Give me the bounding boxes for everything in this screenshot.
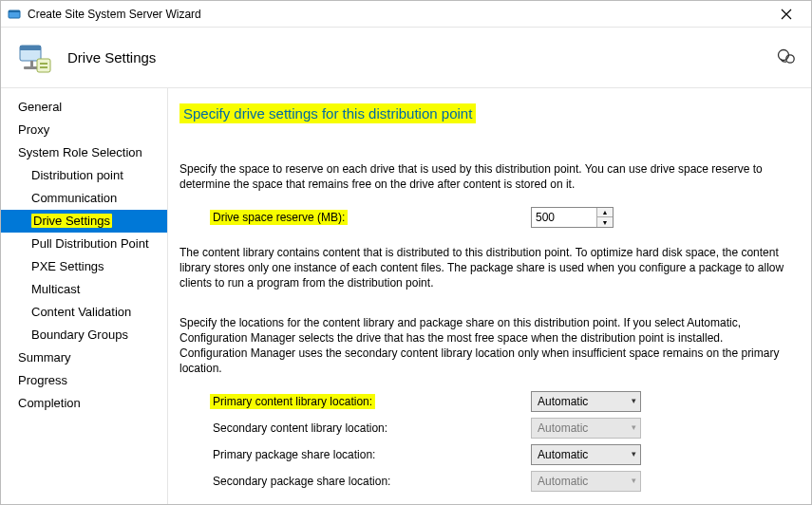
spinner-up-button[interactable]: ▲ (597, 208, 613, 217)
titlebar: Create Site System Server Wizard (1, 1, 811, 28)
nav-item-drive-settings[interactable]: Drive Settings (1, 210, 167, 233)
nav-item-completion[interactable]: Completion (1, 392, 167, 415)
page-title: Specify drive settings for this distribu… (179, 103, 476, 123)
svg-rect-1 (9, 10, 20, 12)
nav-item-general[interactable]: General (1, 96, 167, 119)
svg-rect-6 (37, 59, 50, 72)
app-icon (7, 7, 22, 22)
nav-item-proxy[interactable]: Proxy (1, 119, 167, 141)
nav-item-system-role-selection[interactable]: System Role Selection (1, 141, 167, 164)
location-select[interactable]: Automatic▾ (531, 444, 641, 465)
chevron-down-icon: ▾ (632, 449, 636, 458)
nav-item-progress[interactable]: Progress (1, 369, 167, 392)
location-label: Secondary content library location: (210, 421, 390, 436)
nav-item-pxe-settings[interactable]: PXE Settings (1, 255, 167, 278)
library-info-text: The content library contains content tha… (179, 245, 794, 290)
location-info-text: Specify the locations for the content li… (179, 315, 794, 376)
location-value: Automatic (538, 421, 588, 435)
spinner-down-button[interactable]: ▼ (597, 217, 613, 227)
location-row: Secondary package share location:Automat… (179, 471, 794, 492)
svg-rect-7 (40, 63, 47, 65)
nav-item-label: Drive Settings (31, 214, 112, 228)
svg-rect-4 (30, 61, 33, 66)
nav-item-multicast[interactable]: Multicast (1, 278, 167, 301)
chevron-down-icon: ▾ (632, 476, 636, 485)
chevron-down-icon: ▾ (632, 396, 636, 405)
location-select: Automatic▾ (531, 471, 641, 492)
location-select: Automatic▾ (531, 418, 641, 439)
nav-item-summary[interactable]: Summary (1, 346, 167, 369)
chevron-down-icon: ▾ (632, 422, 636, 432)
wizard-header: Drive Settings (1, 28, 811, 88)
nav-item-communication[interactable]: Communication (1, 187, 167, 210)
location-value: Automatic (538, 448, 588, 461)
drive-space-input[interactable] (532, 209, 596, 226)
nav-item-pull-distribution-point[interactable]: Pull Distribution Point (1, 233, 167, 255)
feedback-icon[interactable] (775, 47, 798, 69)
location-value: Automatic (538, 475, 588, 488)
intro-text: Specify the space to reserve on each dri… (179, 161, 794, 192)
wizard-content: Specify drive settings for this distribu… (168, 88, 811, 505)
location-label: Secondary package share location: (210, 474, 393, 489)
svg-rect-8 (40, 66, 47, 68)
page-header-title: Drive Settings (67, 49, 156, 65)
svg-point-9 (779, 49, 789, 60)
drive-space-spinner[interactable]: ▲ ▼ (531, 207, 614, 228)
close-button[interactable] (767, 1, 805, 28)
wizard-nav: GeneralProxySystem Role SelectionDistrib… (1, 88, 168, 505)
nav-item-distribution-point[interactable]: Distribution point (1, 164, 167, 187)
location-row: Secondary content library location:Autom… (179, 418, 794, 439)
nav-item-boundary-groups[interactable]: Boundary Groups (1, 324, 167, 346)
location-label: Primary content library location: (210, 394, 375, 409)
svg-rect-3 (20, 46, 41, 50)
drive-space-label: Drive space reserve (MB): (210, 210, 348, 225)
location-select[interactable]: Automatic▾ (531, 391, 641, 412)
nav-item-content-validation[interactable]: Content Validation (1, 301, 167, 324)
location-row: Primary package share location:Automatic… (179, 444, 794, 465)
location-row: Primary content library location:Automat… (179, 391, 794, 412)
wizard-window: Create Site System Server Wizard Drive S… (0, 0, 812, 505)
server-icon (14, 38, 54, 78)
window-title: Create Site System Server Wizard (28, 8, 767, 21)
location-value: Automatic (538, 395, 588, 408)
drive-space-row: Drive space reserve (MB): ▲ ▼ (179, 207, 794, 228)
location-label: Primary package share location: (210, 447, 378, 462)
